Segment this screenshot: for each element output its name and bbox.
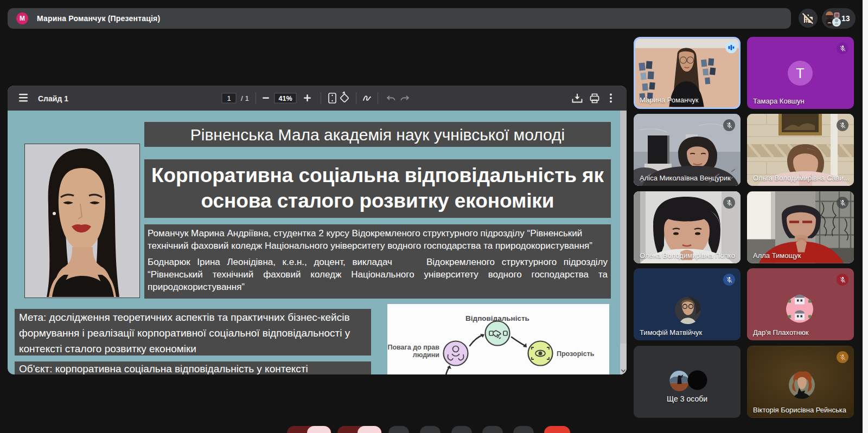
- svg-text:людини: людини: [413, 351, 439, 359]
- svg-text:41%: 41%: [278, 95, 292, 102]
- svg-text:Прозорість: Прозорість: [557, 350, 595, 358]
- svg-text:1: 1: [227, 94, 231, 102]
- svg-text:Слайд 1: Слайд 1: [38, 94, 68, 103]
- svg-text:/ 1: / 1: [241, 94, 249, 102]
- svg-text:Повага до прав: Повага до прав: [387, 344, 439, 351]
